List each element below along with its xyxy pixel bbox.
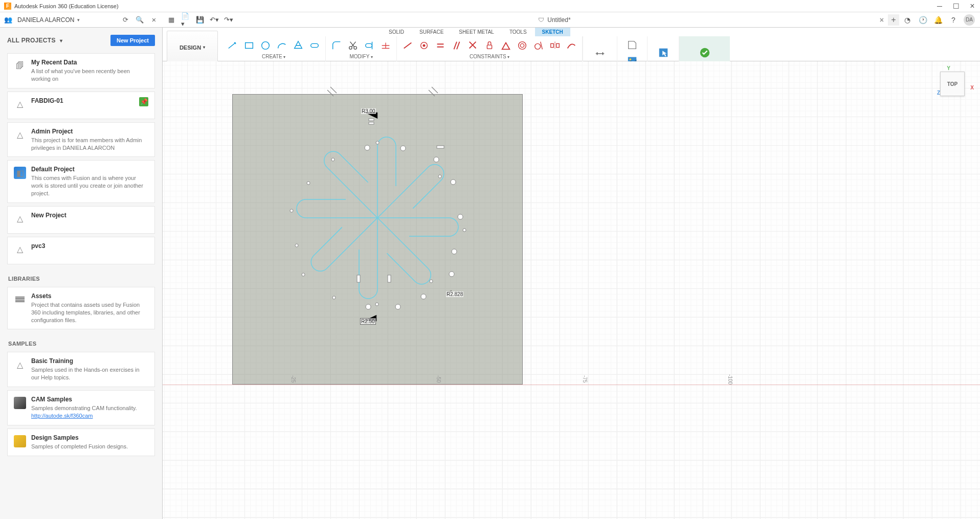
svg-point-10 [520, 43, 524, 47]
recent-icon: 🗐 [14, 60, 26, 72]
svg-point-20 [400, 146, 406, 151]
curvature-constraint-icon[interactable] [565, 39, 578, 52]
create-label[interactable]: CREATE [223, 53, 324, 60]
svg-point-31 [449, 272, 454, 277]
minimize-button[interactable]: ─ [936, 3, 943, 10]
projects-dropdown[interactable]: ALL PROJECTS [7, 37, 106, 44]
tangent-constraint-icon[interactable] [532, 39, 545, 52]
file-menu-icon[interactable]: 📄▾ [181, 15, 190, 25]
project-card[interactable]: △ pvc3 [7, 237, 155, 264]
new-project-button[interactable]: New Project [110, 35, 155, 46]
maximize-button[interactable]: ☐ [952, 3, 960, 10]
grid-tick: -100 [727, 374, 733, 385]
svg-point-32 [421, 294, 426, 299]
arc-tool-icon[interactable] [275, 39, 288, 52]
refresh-icon[interactable]: ⟳ [121, 15, 130, 25]
modify-label[interactable]: MODIFY [327, 53, 395, 60]
save-icon[interactable]: 💾 [195, 15, 205, 25]
redo-icon[interactable]: ↷▾ [224, 15, 233, 25]
pin-badge-icon[interactable]: 📌 [139, 97, 148, 106]
fillet-tool-icon[interactable] [330, 39, 343, 52]
equal-constraint-icon[interactable] [434, 39, 447, 52]
dimension-r3[interactable]: R2.50 [360, 318, 376, 325]
search-icon[interactable]: 🔍 [135, 15, 144, 25]
grid-panel-icon[interactable]: ▦ [167, 15, 176, 25]
svg-rect-8 [487, 45, 492, 49]
user-avatar[interactable]: DA [964, 14, 975, 26]
svg-point-36 [451, 179, 456, 185]
sample-card[interactable]: CAM Samples Samples demonstrating CAM fu… [7, 390, 155, 425]
offset-tool-icon[interactable] [379, 39, 392, 52]
card-desc: Samples of completed Fusion designs. [31, 443, 148, 450]
svg-point-29 [395, 304, 400, 309]
tab-sketch[interactable]: SKETCH [535, 28, 570, 36]
extend-tool-icon[interactable] [363, 39, 376, 52]
slot-tool-icon[interactable] [308, 39, 321, 52]
tab-sheetmetal[interactable]: SHEET METAL [452, 28, 501, 36]
sample-card[interactable]: Design Samples Samples of completed Fusi… [7, 428, 155, 456]
polygon-tool-icon[interactable] [292, 39, 305, 52]
sample-card[interactable]: △ Basic Training Samples used in the Han… [7, 352, 155, 387]
insert-decal-icon[interactable] [625, 37, 640, 53]
card-title: Assets [31, 292, 148, 300]
select-icon[interactable] [656, 45, 671, 60]
svg-rect-12 [551, 43, 554, 47]
card-title: My Recent Data [31, 59, 148, 66]
dimension-r1[interactable]: R3.00 [361, 108, 376, 114]
circle-tool-icon[interactable] [259, 39, 272, 52]
design-samples-icon [14, 435, 26, 447]
card-title: CAM Samples [31, 396, 148, 403]
close-panel-icon[interactable]: × [149, 15, 159, 25]
undo-icon[interactable]: ↶▾ [210, 15, 219, 25]
horizontal-constraint-icon[interactable] [401, 39, 414, 52]
project-card[interactable]: ◧ Default Project This comes with Fusion… [7, 160, 155, 203]
team-icon: 👥 [4, 16, 12, 24]
coincident-constraint-icon[interactable] [417, 39, 431, 52]
viewcube[interactable]: TOP [940, 72, 965, 96]
parallel-constraint-icon[interactable] [450, 39, 463, 52]
svg-point-1 [262, 42, 270, 50]
cam-link[interactable]: http://autode.sk/f360cam [31, 413, 93, 419]
tab-surface[interactable]: SURFACE [412, 28, 451, 36]
notifications-icon[interactable]: 🔔 [933, 15, 943, 25]
concentric-constraint-icon[interactable] [516, 39, 529, 52]
grid-tick: -75 [582, 375, 588, 382]
extensions-icon[interactable]: ◔ [902, 15, 912, 25]
svg-point-18 [376, 141, 379, 144]
tab-add-button[interactable]: + [888, 14, 899, 26]
rectangle-tool-icon[interactable] [242, 39, 256, 52]
tab-close-button[interactable]: × [876, 16, 888, 24]
finish-sketch-icon[interactable] [697, 45, 712, 60]
workspace-dropdown[interactable]: DESIGN [167, 31, 218, 64]
project-card[interactable]: △ New Project [7, 206, 155, 234]
inspect-icon[interactable] [592, 45, 608, 60]
fix-constraint-icon[interactable] [483, 39, 496, 52]
project-card[interactable]: 🗐 My Recent Data A list of what you've b… [7, 53, 155, 88]
tab-solid[interactable]: SOLID [382, 28, 411, 36]
tab-tools[interactable]: TOOLS [502, 28, 534, 36]
svg-rect-42 [369, 119, 374, 121]
library-card[interactable]: Assets Project that contains assets used… [7, 287, 155, 330]
help-icon[interactable]: ? [948, 15, 959, 25]
svg-point-11 [535, 43, 541, 49]
card-title: Basic Training [31, 357, 148, 365]
project-card[interactable]: △ Admin Project This project is for team… [7, 122, 155, 157]
svg-rect-13 [556, 43, 560, 47]
midpoint-constraint-icon[interactable] [499, 39, 513, 52]
document-icon: 🛡 [538, 16, 544, 24]
dimension-r2[interactable]: R2.828 [446, 291, 463, 297]
perpendicular-constraint-icon[interactable] [466, 39, 480, 52]
symmetry-constraint-icon[interactable] [548, 39, 562, 52]
trim-tool-icon[interactable] [346, 39, 360, 52]
line-tool-icon[interactable] [226, 39, 239, 52]
assets-icon [14, 294, 26, 306]
svg-point-37 [434, 157, 439, 162]
ribbon: DESIGN SOLID SURFACE SHEET METAL TOOLS S… [163, 28, 980, 61]
canvas-viewport[interactable]: R3.00 R2.828 R2.50 -25 -50 -75 -100 TOP … [163, 61, 980, 519]
close-button[interactable]: × [969, 3, 976, 10]
team-dropdown[interactable]: DANIELA ALARCON [17, 16, 116, 24]
constraints-label[interactable]: CONSTRAINTS [398, 53, 581, 60]
job-status-icon[interactable]: 🕐 [918, 15, 928, 25]
svg-point-23 [290, 209, 293, 212]
project-card[interactable]: △ FABDIG-01 📌 [7, 92, 155, 119]
